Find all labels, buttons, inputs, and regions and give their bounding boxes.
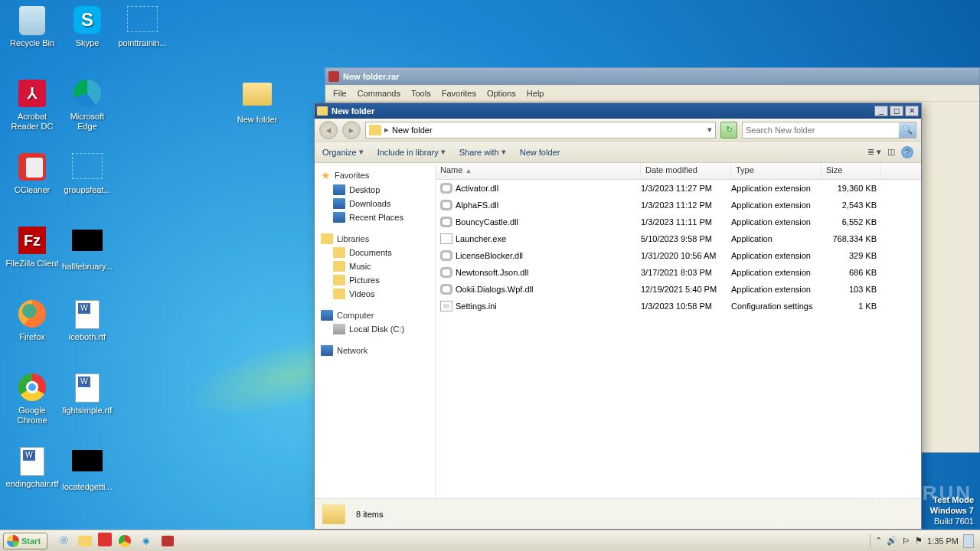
taskbar-edge-icon[interactable]: ◉ [138,533,155,549]
nav-libraries[interactable]: Libraries [318,232,432,246]
winrar-titlebar[interactable]: New folder.rar [325,68,979,85]
recycle-icon [17,6,47,37]
chrome-icon [17,373,47,404]
nav-network[interactable]: Network [318,344,432,357]
folder-icon [317,106,328,116]
file-row[interactable]: LicenseBlocker.dll1/31/2020 10:56 AMAppl… [436,247,921,264]
file-row[interactable]: BouncyCastle.dll1/3/2023 11:11 PMApplica… [436,214,921,230]
winrar-menu-tools[interactable]: Tools [411,89,431,98]
blackdoc-icon [72,450,103,481]
include-library-menu[interactable]: Include in library ▾ [377,147,446,157]
desktop-icon-groupsfeat-[interactable]: groupsfeat... [60,153,115,195]
desktop-icon-new-folder[interactable]: New folder [230,80,285,125]
taskbar-chrome-icon[interactable] [116,533,133,549]
file-row[interactable]: Activator.dll1/3/2023 11:27 PMApplicatio… [436,180,921,197]
desktop-icon-iceboth-rtf[interactable]: Wiceboth.rtf [60,300,115,342]
help-icon[interactable]: ? [901,146,913,158]
winrar-icon [328,71,339,82]
nav-item-recent-places[interactable]: Recent Places [318,210,432,224]
windows-orb-icon [7,535,19,547]
test-mode-text: Test Mode Windows 7 Build 7601 [930,494,974,527]
nav-item-videos[interactable]: Videos [318,287,432,301]
blank-icon [72,153,103,184]
close-button[interactable]: ✕ [905,106,919,116]
col-type[interactable]: Type [731,163,822,179]
desktop-icon-endingchair-rtf[interactable]: Wendingchair.rtf [5,447,60,489]
winrar-menu-options[interactable]: Options [487,89,516,98]
tray-chevron-icon[interactable]: ⌃ [875,536,882,546]
exe-icon [440,233,452,245]
col-date[interactable]: Date modified [641,163,731,179]
address-bar[interactable]: ▸ ▾ [365,122,716,139]
gear-icon [440,266,452,279]
desktop-icon-firefox[interactable]: Firefox [5,300,60,342]
tray-flag-icon[interactable]: ⚑ [915,536,923,546]
file-row[interactable]: Launcher.exe5/10/2023 9:58 PMApplication… [436,230,921,247]
folder-icon [242,83,273,113]
search-box[interactable]: 🔍 [742,122,916,139]
refresh-button[interactable]: ↻ [720,122,737,139]
taskbar-explorer-icon[interactable] [77,533,93,549]
nav-item-desktop[interactable]: Desktop [318,183,432,197]
preview-pane-button[interactable]: ◫ [887,147,895,157]
view-options-button[interactable]: ≣ ▾ [867,147,881,157]
maximize-button[interactable]: ◻ [890,106,903,116]
share-with-menu[interactable]: Share with ▾ [459,147,506,157]
nav-computer[interactable]: Computer [318,308,432,322]
file-row[interactable]: Newtonsoft.Json.dll3/17/2021 8:03 PMAppl… [436,264,921,281]
desktop-icon-acrobat-reader-dc[interactable]: ⅄Acrobat Reader DC [5,80,60,132]
word-icon: W [17,447,47,478]
desktop-icon-microsoft-edge[interactable]: Microsoft Edge [60,80,115,132]
start-button[interactable]: Start [3,533,47,549]
tray-show-desktop[interactable] [963,534,974,548]
search-input[interactable] [743,126,899,135]
address-dropdown-icon[interactable]: ▾ [707,125,712,135]
address-input[interactable] [392,126,704,135]
nav-item-documents[interactable]: Documents [318,246,432,259]
taskbar-winrar-icon[interactable] [159,533,176,549]
file-row[interactable]: AlphaFS.dll1/3/2023 11:12 PMApplication … [436,197,921,214]
nav-item-icon [333,275,345,285]
winrar-menu-help[interactable]: Help [527,89,544,98]
tray-clock[interactable]: 1:35 PM [927,536,959,546]
file-row[interactable]: Settings.ini1/3/2023 10:58 PMConfigurati… [436,298,921,315]
new-folder-button[interactable]: New folder [520,148,560,157]
explorer-window[interactable]: New folder _ ◻ ✕ ◄ ► ▸ ▾ ↻ 🔍 Organize ▾ … [314,103,922,530]
forward-button[interactable]: ► [342,121,361,139]
back-button[interactable]: ◄ [319,121,338,139]
explorer-titlebar[interactable]: New folder _ ◻ ✕ [315,103,921,119]
nav-item-pictures[interactable]: Pictures [318,273,432,287]
file-row[interactable]: Ookii.Dialogs.Wpf.dll12/19/2021 5:40 PMA… [436,281,921,298]
organize-menu[interactable]: Organize ▾ [322,147,364,157]
acrobat-icon: ⅄ [17,80,47,110]
winrar-menu-favorites[interactable]: Favorites [442,89,476,98]
tray-volume-icon[interactable]: 🔊 [887,536,897,546]
winrar-menu-commands[interactable]: Commands [358,89,400,98]
desktop-icon-filezilla-client[interactable]: FzFileZilla Client [5,227,60,269]
ccleaner-icon [17,153,47,184]
desktop-icon-recycle-bin[interactable]: Recycle Bin [5,6,60,48]
taskbar-ie-icon[interactable]: ⓔ [55,533,72,549]
nav-item-music[interactable]: Music [318,259,432,273]
col-name[interactable]: Name ▲ [436,163,641,179]
status-text: 8 items [356,510,383,519]
nav-item-downloads[interactable]: Downloads [318,197,432,210]
desktop-icon-hallfebruary-[interactable]: hallfebruary... [60,227,115,272]
desktop-icon-pointtrainin-[interactable]: pointtrainin... [115,6,170,48]
desktop-icon-skype[interactable]: SSkype [60,6,115,48]
taskbar-acrobat-icon[interactable] [98,533,112,546]
search-icon[interactable]: 🔍 [899,122,916,138]
desktop-icon-lightsimple-rtf[interactable]: Wlightsimple.rtf [60,373,115,416]
column-headers: Name ▲ Date modified Type Size [436,163,921,180]
gear-icon [440,199,452,211]
col-size[interactable]: Size [822,163,881,179]
nav-item-local-disk-c-[interactable]: Local Disk (C:) [318,322,432,336]
desktop-icon-google-chrome[interactable]: Google Chrome [5,373,60,425]
tray-action-center-icon[interactable]: 🏳 [902,536,910,546]
nav-favorites[interactable]: ★Favorites [318,168,432,183]
desktop-icon-locatedgetti-[interactable]: locatedgetti... [60,447,115,492]
explorer-toolbar: Organize ▾ Include in library ▾ Share wi… [315,142,921,163]
winrar-menu-file[interactable]: File [333,89,347,98]
desktop-icon-ccleaner[interactable]: CCleaner [5,153,60,195]
minimize-button[interactable]: _ [874,106,888,116]
